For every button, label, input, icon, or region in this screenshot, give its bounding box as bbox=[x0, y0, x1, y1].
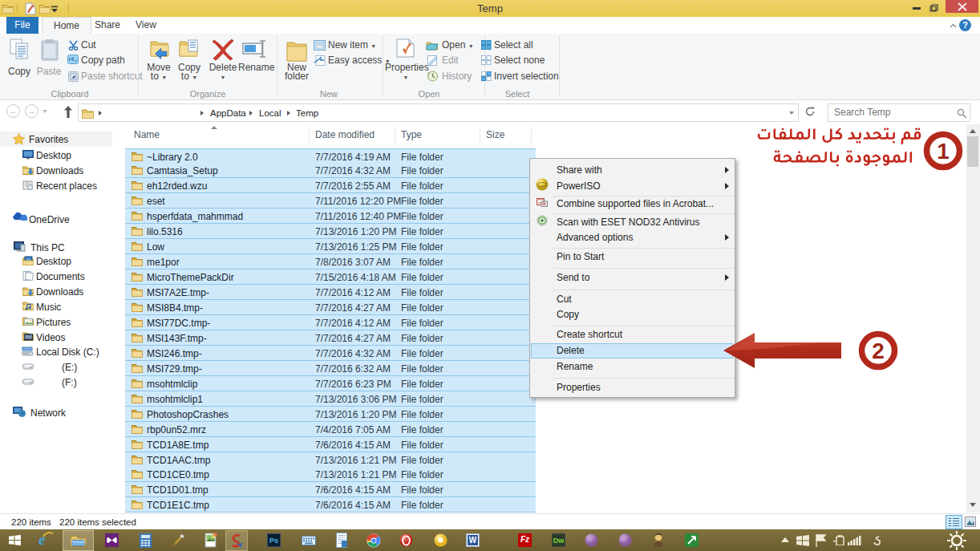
svg-text:2: 2 bbox=[872, 338, 885, 363]
svg-text:1: 1 bbox=[937, 139, 950, 164]
